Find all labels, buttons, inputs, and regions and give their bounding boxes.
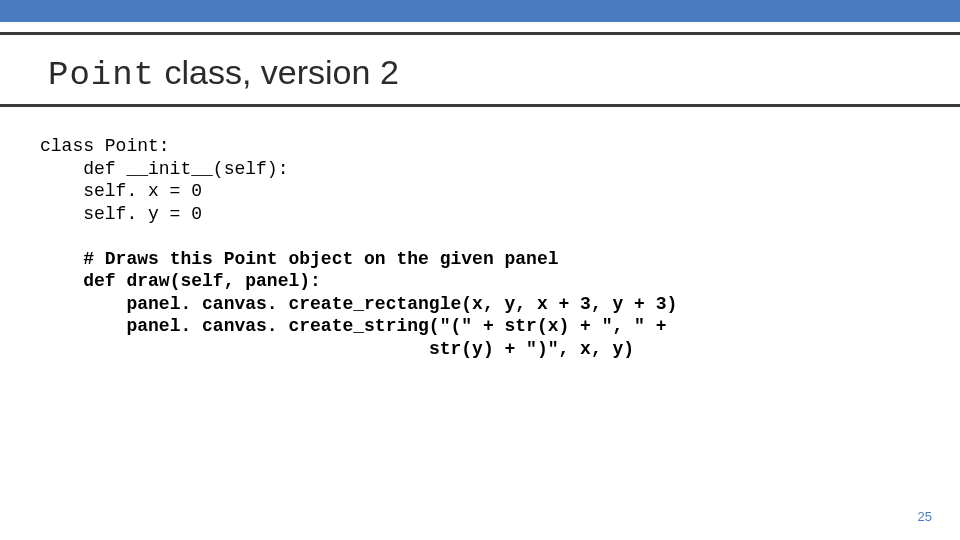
code-line-9-bold: panel. canvas. create_string("(" + str(x… [126,316,666,336]
code-line-7-indent [40,271,83,291]
code-line-6-bold: # Draws this Point object on the given p… [83,249,558,269]
code-block: class Point: def __init__(self): self. x… [0,107,960,360]
slide-title: Point class, version 2 [0,35,960,100]
code-line-10-indent [40,339,429,359]
code-line-8-indent [40,294,126,314]
title-rest: class, version 2 [155,53,399,91]
code-line-10-bold: str(y) + ")", x, y) [429,339,634,359]
code-line-9-indent [40,316,126,336]
code-line-7-bold: def draw(self, panel): [83,271,321,291]
code-line-2: def __init__(self): [40,159,288,179]
title-mono: Point [48,56,155,94]
code-line-8-bold: panel. canvas. create_rectangle(x, y, x … [126,294,677,314]
page-number: 25 [918,509,932,524]
code-line-6-indent [40,249,83,269]
top-blue-bar [0,0,960,22]
code-line-4: self. y = 0 [40,204,202,224]
code-line-1: class Point: [40,136,170,156]
code-line-3: self. x = 0 [40,181,202,201]
